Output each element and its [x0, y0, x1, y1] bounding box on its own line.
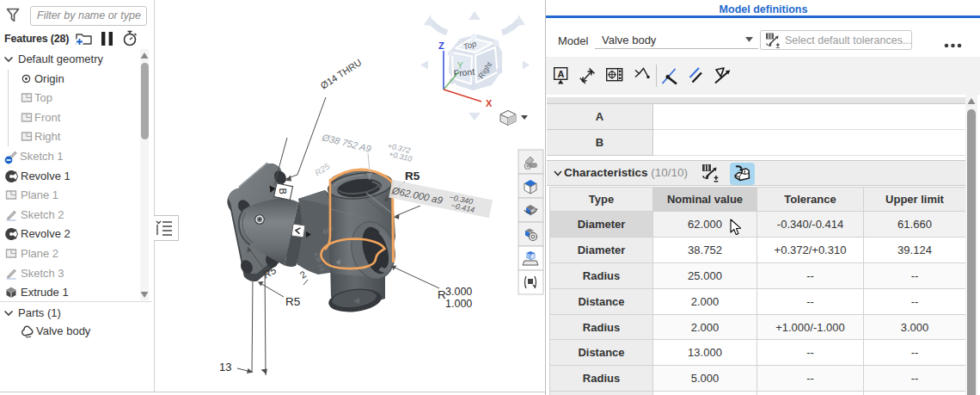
svg-text:Ø38 752 A9: Ø38 752 A9 — [321, 132, 372, 154]
svg-text:R5: R5 — [405, 170, 420, 182]
svg-text:3.000: 3.000 — [445, 286, 472, 298]
svg-text:X: X — [486, 98, 493, 108]
svg-text:B: B — [278, 188, 288, 194]
svg-text:Ø14 THRU: Ø14 THRU — [319, 57, 364, 91]
svg-text:Z: Z — [438, 40, 444, 51]
svg-text:2: 2 — [298, 268, 309, 280]
svg-text:Y: Y — [457, 61, 463, 71]
svg-text:Front: Front — [453, 66, 475, 78]
svg-text:A: A — [558, 69, 565, 79]
svg-text:60°: 60° — [322, 225, 334, 236]
svg-text:1.000: 1.000 — [445, 298, 472, 310]
svg-text:R5: R5 — [285, 295, 300, 308]
svg-text:13: 13 — [219, 361, 231, 373]
svg-text:R25: R25 — [313, 161, 332, 177]
